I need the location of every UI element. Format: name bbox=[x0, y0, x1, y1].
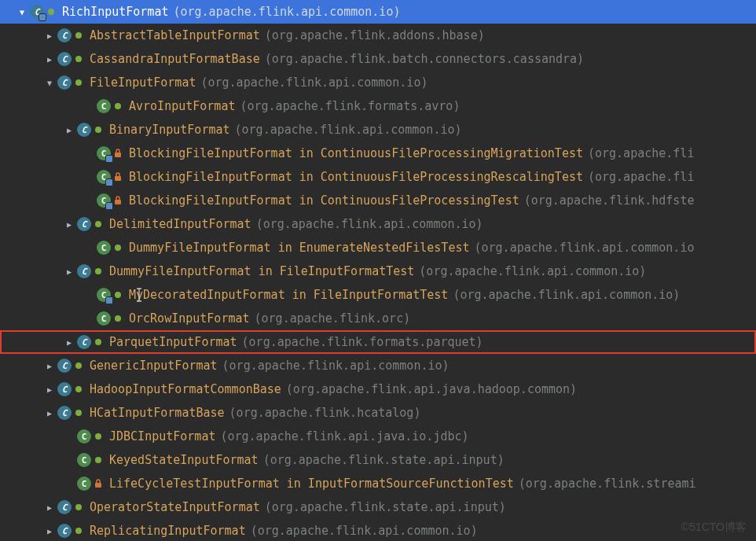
class-name-label: CassandraInputFormatBase bbox=[90, 52, 260, 66]
icon-group: C bbox=[57, 359, 83, 373]
class-name-label: KeyedStateInputFormat bbox=[109, 453, 259, 467]
abstract-class-icon: C bbox=[57, 406, 72, 420]
public-visibility-icon bbox=[74, 31, 83, 40]
tree-row[interactable]: ▼CRichInputFormat(org.apache.flink.api.c… bbox=[0, 0, 756, 24]
overlay-badge-icon bbox=[105, 296, 113, 304]
expand-right-icon[interactable]: ▶ bbox=[43, 383, 56, 396]
public-visibility-icon bbox=[94, 267, 103, 276]
svg-point-18 bbox=[95, 433, 101, 440]
class-name-label: DummyFileInputFormat in EnumerateNestedF… bbox=[129, 241, 469, 255]
abstract-class-icon: C bbox=[77, 335, 91, 349]
tree-row[interactable]: ▶CDelimitedInputFormat(org.apache.flink.… bbox=[0, 212, 756, 236]
abstract-class-icon: C bbox=[77, 217, 91, 231]
class-icon: C bbox=[97, 311, 111, 326]
class-name-label: BinaryInputFormat bbox=[109, 123, 230, 137]
tree-row[interactable]: ▶COperatorStateInputFormat(org.apache.fl… bbox=[0, 495, 756, 519]
icon-group: C bbox=[57, 52, 83, 66]
private-visibility-icon bbox=[113, 172, 123, 182]
svg-point-12 bbox=[115, 292, 121, 298]
expand-right-icon[interactable]: ▶ bbox=[63, 218, 75, 230]
class-name-label: OperatorStateInputFormat bbox=[90, 500, 260, 514]
package-label: (org.apache.flink.api.common.io) bbox=[256, 217, 483, 231]
expand-right-icon[interactable]: ▶ bbox=[63, 336, 75, 348]
tree-row[interactable]: ▶CBlockingFileInputFormat in ContinuousF… bbox=[0, 165, 756, 189]
expand-right-icon[interactable]: ▶ bbox=[43, 524, 56, 537]
icon-group: C bbox=[77, 264, 103, 278]
expand-right-icon[interactable]: ▶ bbox=[63, 123, 75, 136]
tree-row[interactable]: ▶CLifeCycleTestInputFormat in InputForma… bbox=[0, 472, 756, 495]
icon-group: C bbox=[57, 75, 83, 90]
tree-row[interactable]: ▶CBlockingFileInputFormat in ContinuousF… bbox=[0, 189, 756, 212]
package-label: (org.apache.flink.orc) bbox=[255, 311, 411, 326]
package-label: (org.apache.flink.api.common.io bbox=[474, 241, 694, 255]
tree-row[interactable]: ▶CDummyFileInputFormat in FileInputForma… bbox=[0, 259, 756, 283]
abstract-class-icon: C bbox=[77, 123, 91, 137]
class-icon: C bbox=[97, 146, 111, 160]
icon-group: C bbox=[97, 288, 123, 302]
tree-row[interactable]: ▶CAbstractTableInputFormat(org.apache.fl… bbox=[0, 24, 756, 47]
svg-rect-20 bbox=[95, 483, 101, 488]
expand-right-icon[interactable]: ▶ bbox=[43, 53, 56, 65]
abstract-class-icon: C bbox=[57, 75, 72, 90]
tree-row[interactable]: ▶CGenericInputFormat(org.apache.flink.ap… bbox=[0, 354, 756, 377]
public-visibility-icon bbox=[113, 101, 123, 111]
icon-group: C bbox=[77, 453, 103, 467]
private-visibility-icon bbox=[113, 196, 123, 205]
class-icon: C bbox=[77, 453, 91, 467]
abstract-class-icon: C bbox=[30, 5, 44, 19]
public-visibility-icon bbox=[94, 337, 103, 347]
svg-rect-7 bbox=[115, 176, 121, 181]
expand-right-icon[interactable]: ▶ bbox=[43, 359, 56, 372]
package-label: (org.apache.flink.state.api.input) bbox=[263, 453, 505, 467]
tree-row[interactable]: ▶CJDBCInputFormat(org.apache.flink.api.j… bbox=[0, 425, 756, 448]
class-name-label: DelimitedInputFormat bbox=[109, 217, 251, 231]
tree-row[interactable]: ▶CBlockingFileInputFormat in ContinuousF… bbox=[0, 142, 756, 165]
tree-row[interactable]: ▶CDummyFileInputFormat in EnumerateNeste… bbox=[0, 236, 756, 259]
overlay-badge-icon bbox=[105, 178, 113, 186]
overlay-badge-icon bbox=[105, 155, 113, 163]
tree-row[interactable]: ▶CCassandraInputFormatBase(org.apache.fl… bbox=[0, 47, 756, 71]
expand-right-icon[interactable]: ▶ bbox=[63, 265, 75, 278]
expand-right-icon[interactable]: ▶ bbox=[43, 501, 56, 513]
public-visibility-icon bbox=[113, 314, 123, 323]
tree-row[interactable]: ▼CFileInputFormat(org.apache.flink.api.c… bbox=[0, 71, 756, 94]
tree-row[interactable]: ▶CReplicatingInputFormat(org.apache.flin… bbox=[0, 519, 756, 541]
expand-down-icon[interactable]: ▼ bbox=[43, 76, 56, 89]
package-label: (org.apache.flink.api.java.io.jdbc) bbox=[220, 429, 468, 443]
class-name-label: HadoopInputFormatCommonBase bbox=[90, 382, 281, 396]
icon-group: C bbox=[57, 406, 83, 420]
class-name-label: JDBCInputFormat bbox=[109, 429, 215, 443]
package-label: (org.apache.flink.api.common.io) bbox=[251, 524, 478, 538]
expand-right-icon[interactable]: ▶ bbox=[43, 407, 56, 419]
abstract-class-icon: C bbox=[57, 382, 72, 396]
tree-row[interactable]: ▶CParquetInputFormat(org.apache.flink.fo… bbox=[0, 330, 756, 354]
tree-row[interactable]: ▶CAvroInputFormat(org.apache.flink.forma… bbox=[0, 94, 756, 118]
expand-right-icon[interactable]: ▶ bbox=[43, 29, 56, 42]
svg-rect-6 bbox=[115, 153, 121, 157]
tree-row[interactable]: ▶CBinaryInputFormat(org.apache.flink.api… bbox=[0, 118, 756, 142]
icon-group: C bbox=[77, 123, 103, 137]
tree-row[interactable]: ▶CHadoopInputFormatCommonBase(org.apache… bbox=[0, 377, 756, 401]
package-label: (org.apache.flink.formats.avro) bbox=[240, 99, 460, 113]
package-label: (org.apache.flink.batch.connectors.cassa… bbox=[265, 52, 584, 66]
svg-rect-8 bbox=[115, 200, 121, 204]
expand-down-icon[interactable]: ▼ bbox=[16, 6, 28, 18]
tree-row[interactable]: ▶CKeyedStateInputFormat(org.apache.flink… bbox=[0, 448, 756, 472]
public-visibility-icon bbox=[46, 7, 56, 17]
svg-point-13 bbox=[115, 315, 121, 322]
icon-group: C bbox=[97, 99, 123, 113]
watermark: ©51CTO博客 bbox=[681, 521, 747, 535]
svg-point-2 bbox=[75, 56, 82, 62]
public-visibility-icon bbox=[94, 455, 103, 465]
private-visibility-icon bbox=[113, 149, 123, 158]
icon-group: C bbox=[77, 335, 103, 349]
tree-row[interactable]: ▶COrcRowInputFormat(org.apache.flink.orc… bbox=[0, 307, 756, 330]
icon-group: C bbox=[57, 28, 83, 42]
tree-row[interactable]: ▶CMyDecoratedInputFormat in FileInputFor… bbox=[0, 283, 756, 307]
class-name-label: FileInputFormat bbox=[90, 75, 196, 90]
public-visibility-icon bbox=[74, 526, 83, 535]
package-label: (org.apache.flink.hcatalog) bbox=[229, 406, 421, 420]
tree-row[interactable]: ▶CHCatInputFormatBase(org.apache.flink.h… bbox=[0, 401, 756, 425]
overlay-badge-icon bbox=[39, 13, 46, 21]
public-visibility-icon bbox=[94, 432, 103, 441]
